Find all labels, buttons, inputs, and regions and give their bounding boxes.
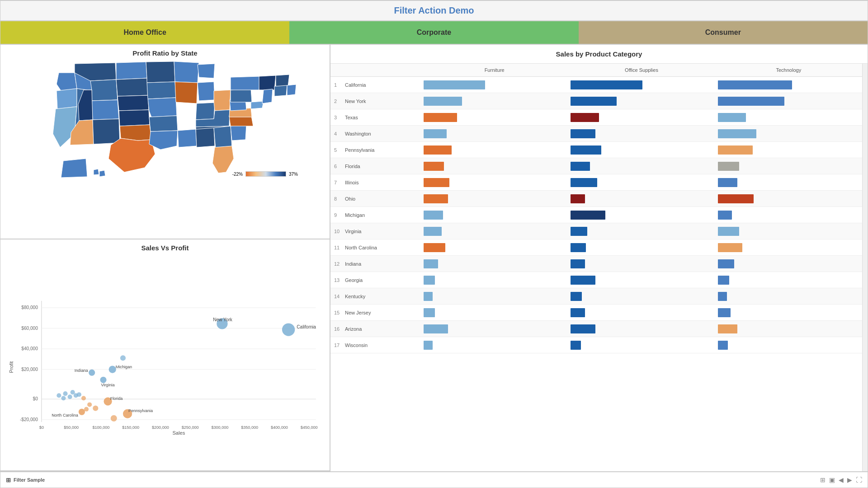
svg-marker-43 [287,84,296,95]
svg-text:$350,000: $350,000 [241,425,258,430]
svg-marker-20 [149,116,178,131]
office-bar-16 [571,341,581,350]
svg-marker-19 [148,98,177,117]
tech-bar-8 [718,211,732,220]
svg-text:Profit: Profit [9,361,14,373]
scatter-title: Sales Vs Profit [5,244,325,252]
svg-text:$20,000: $20,000 [21,367,38,372]
office-bar-10 [571,243,586,252]
svg-point-100 [93,406,98,411]
sales-table-title: Sales by Product Category [330,45,868,64]
furniture-cell-0 [421,79,568,91]
svg-point-98 [81,396,86,400]
svg-text:$80,000: $80,000 [21,305,38,310]
grid-icon: ⊞ [820,476,826,483]
svg-marker-38 [231,89,252,102]
table-row: 6 Florida [330,158,862,174]
furniture-cell-7 [421,192,568,205]
col-office-header: Office Supplies [568,66,715,75]
furniture-bar-5 [424,162,444,171]
row-label-5: 6 Florida [330,162,421,171]
svg-point-91 [57,393,61,398]
svg-text:New York: New York [213,317,233,322]
furniture-bar-8 [424,211,443,220]
office-bar-4 [571,145,601,155]
row-label-16: 17 Wisconsin [330,341,421,350]
svg-point-87 [79,409,85,415]
table-row: 14 Kentucky [330,288,862,305]
office-bar-8 [571,211,605,220]
row-label-7: 8 Ohio [330,194,421,203]
office-cell-4 [568,144,715,156]
furniture-bar-6 [424,178,449,187]
furniture-cell-15 [421,323,568,335]
office-bar-0 [571,80,642,89]
table-row: 11 North Carolina [330,239,862,256]
map-container[interactable]: -22% 37% [5,59,325,181]
office-cell-13 [568,290,715,303]
map-legend: -22% 37% [232,171,298,177]
svg-text:Florida: Florida [110,396,123,401]
svg-point-79 [109,366,116,373]
footer-label: ⊞ Filter Sample [6,477,45,483]
furniture-cell-13 [421,290,568,303]
tech-cell-4 [715,144,862,156]
svg-text:$100,000: $100,000 [92,425,109,430]
svg-marker-17 [146,61,175,83]
svg-point-101 [84,407,89,412]
svg-marker-14 [119,110,150,126]
tech-bar-15 [718,324,737,333]
tech-bar-1 [718,97,784,106]
furniture-bar-15 [424,324,448,333]
segment-corporate[interactable]: Corporate [289,21,578,44]
tech-cell-6 [715,176,862,189]
office-cell-1 [568,95,715,108]
svg-marker-7 [92,100,119,120]
table-row: 8 Ohio [330,191,862,207]
office-cell-7 [568,192,715,205]
svg-marker-44 [251,101,264,109]
office-cell-16 [568,339,715,352]
profit-map-box: Profit Ratio by State [0,45,330,239]
tech-cell-0 [715,79,862,91]
furniture-cell-2 [421,111,568,124]
tech-bar-11 [718,259,734,268]
svg-text:Virginia: Virginia [101,383,115,387]
svg-point-99 [87,402,92,407]
svg-marker-45 [262,89,273,103]
office-bar-11 [571,259,585,268]
svg-text:$200,000: $200,000 [152,425,169,430]
svg-text:California: California [297,324,316,329]
office-bar-14 [571,308,585,317]
scrollbar[interactable] [862,64,868,471]
table-row: 7 Illinois [330,174,862,191]
svg-text:-$20,000: -$20,000 [20,417,38,422]
furniture-bar-13 [424,292,433,301]
row-label-6: 7 Illinois [330,178,421,187]
svg-text:$40,000: $40,000 [21,346,38,351]
svg-text:Michigan: Michigan [116,365,132,369]
tech-cell-10 [715,241,862,254]
table-row: 4 Washington [330,126,862,142]
tech-cell-16 [715,339,862,352]
svg-text:$60,000: $60,000 [21,326,38,331]
furniture-cell-3 [421,127,568,140]
scatter-container[interactable]: $80,000 $60,000 $40,000 $20,000 $0 -$20,… [5,254,325,471]
office-bar-1 [571,97,617,106]
scatter-box: Sales Vs Profit [0,239,330,471]
col-furniture-header: Furniture [421,66,568,75]
furniture-bar-0 [424,80,485,89]
furniture-cell-4 [421,144,568,156]
svg-point-83 [100,377,106,383]
segment-consumer[interactable]: Consumer [579,21,868,44]
segment-home-office[interactable]: Home Office [0,21,289,44]
svg-marker-12 [116,78,148,96]
table-row: 17 Wisconsin [330,337,862,353]
table-row: 16 Arizona [330,321,862,337]
svg-marker-11 [116,62,147,80]
row-label-0: 1 California [330,80,421,89]
svg-text:Pennsylvania: Pennsylvania [128,408,153,413]
furniture-cell-10 [421,241,568,254]
svg-marker-39 [231,76,260,90]
row-label-8: 9 Michigan [330,211,421,220]
